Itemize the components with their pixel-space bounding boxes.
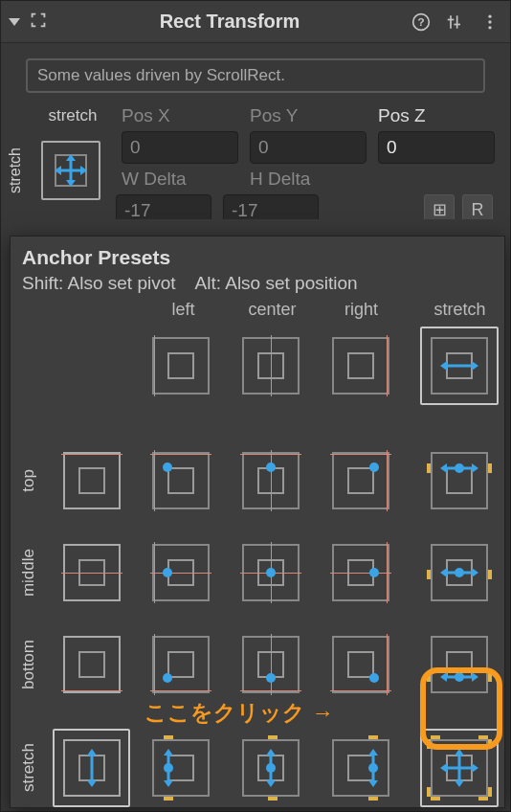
preset-middle-stretch[interactable] — [431, 544, 488, 601]
posx-field[interactable]: 0 — [122, 131, 238, 164]
preset-bottom-center[interactable] — [242, 636, 300, 693]
fullscreen-icon[interactable] — [28, 10, 49, 34]
svg-point-6 — [488, 14, 491, 17]
preset-bottom-right[interactable] — [332, 636, 389, 693]
preset-middle-center[interactable] — [242, 544, 300, 601]
row-top: top — [19, 469, 38, 492]
preset-stretch-stretch[interactable] — [431, 739, 488, 797]
col-center: center — [228, 300, 317, 320]
preset-none-right[interactable] — [332, 337, 389, 395]
foldout-toggle[interactable] — [9, 18, 20, 26]
menu-icon[interactable] — [479, 11, 500, 33]
preset-top-right[interactable] — [332, 452, 389, 509]
preset-none-left[interactable] — [152, 337, 210, 395]
posz-label: Pos Z — [378, 102, 495, 129]
posy-label: Pos Y — [250, 102, 367, 129]
wdelta-field[interactable]: -17 — [116, 194, 211, 219]
preset-top-none[interactable] — [63, 452, 121, 509]
preset-bottom-left[interactable] — [152, 636, 210, 693]
col-right: right — [317, 300, 406, 320]
preset-middle-left[interactable] — [152, 544, 210, 601]
anchor-top-label: stretch — [30, 102, 116, 129]
wdelta-label: W Delta — [122, 166, 238, 192]
popup-sub-alt: Alt: Also set position — [195, 273, 358, 294]
preset-middle-right[interactable] — [332, 544, 389, 601]
component-header: Rect Transform ? — [1, 1, 510, 43]
posx-label: Pos X — [122, 102, 238, 129]
preset-stretch-center[interactable] — [242, 739, 300, 797]
rect-transform-area: stretch stretch Pos X Pos Y Pos Z 0 0 0 … — [1, 102, 510, 229]
component-title: Rect Transform — [58, 11, 401, 33]
preset-stretch-left[interactable] — [152, 739, 210, 797]
posz-field[interactable]: 0 — [378, 131, 495, 164]
svg-point-8 — [488, 26, 491, 29]
posy-field[interactable]: 0 — [250, 131, 367, 164]
preset-bottom-stretch[interactable] — [431, 636, 488, 693]
help-icon[interactable]: ? — [411, 11, 432, 33]
preset-none-center[interactable] — [242, 337, 300, 395]
presets-icon[interactable] — [445, 11, 466, 33]
anchor-presets-button[interactable] — [41, 141, 100, 200]
raw-edit-button[interactable]: R — [462, 194, 493, 219]
blueprint-mode-button[interactable]: ⊞ — [424, 194, 455, 219]
preset-bottom-none[interactable] — [63, 636, 121, 693]
row-middle: middle — [19, 549, 38, 597]
annotation-text: ここをクリック → — [144, 698, 333, 728]
popup-sub-shift: Shift: Also set pivot — [22, 273, 176, 294]
anchor-presets-popup: Anchor Presets Shift: Also set pivot Alt… — [10, 236, 505, 808]
svg-point-7 — [488, 20, 491, 23]
preset-none-stretch[interactable] — [431, 337, 488, 395]
row-stretch: stretch — [19, 743, 38, 792]
row-bottom: bottom — [19, 640, 38, 689]
anchor-left-label: stretch — [7, 147, 24, 193]
popup-title: Anchor Presets — [22, 246, 493, 269]
hdelta-field[interactable]: -17 — [223, 194, 319, 219]
preset-top-stretch[interactable] — [431, 452, 488, 509]
svg-text:?: ? — [417, 15, 424, 28]
col-stretch: stretch — [415, 300, 504, 320]
preset-stretch-right[interactable] — [332, 739, 389, 797]
preset-middle-none[interactable] — [63, 544, 121, 601]
driven-message: Some values driven by ScrollRect. — [26, 58, 485, 93]
preset-top-left[interactable] — [152, 452, 210, 509]
preset-stretch-none[interactable] — [63, 739, 121, 797]
hdelta-label: H Delta — [250, 166, 367, 192]
col-left: left — [139, 300, 228, 320]
preset-top-center[interactable] — [242, 452, 300, 509]
